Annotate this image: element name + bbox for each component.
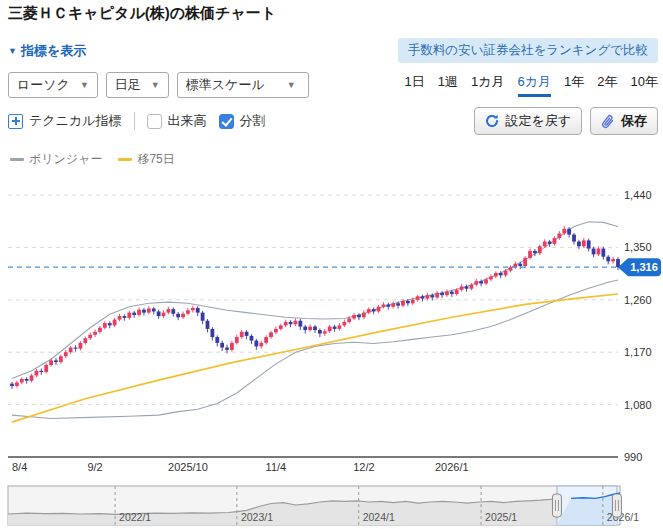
scale-value: 標準スケール	[186, 76, 265, 94]
candle-down	[430, 295, 434, 297]
candle-down	[499, 273, 503, 275]
candle-down	[372, 309, 376, 311]
candle-up	[235, 337, 239, 343]
x-axis-label: 2025/10	[168, 461, 208, 473]
period-tab-6month[interactable]: 6カ月	[518, 73, 552, 97]
candle-down	[396, 303, 400, 305]
chart-legend: ボリンジャー 移75日	[10, 151, 175, 168]
candle-up	[528, 251, 532, 258]
period-tab-2year[interactable]: 2年	[597, 73, 617, 97]
candle-up	[308, 327, 312, 330]
candle-down	[157, 311, 161, 316]
interval-select[interactable]: 日足 ▼	[106, 72, 169, 98]
candle-down	[123, 316, 127, 318]
volume-checkbox[interactable]: 出来高	[147, 112, 207, 130]
candle-up	[582, 240, 586, 246]
indicator-toggle-link[interactable]: ▼ 指標を表示	[8, 42, 86, 60]
candle-up	[166, 309, 170, 312]
candle-up	[557, 233, 561, 238]
candle-up	[362, 313, 366, 318]
stock-chart-app: 9901,0801,1701,2601,3501,4401,3168/49/22…	[0, 0, 663, 529]
candle-down	[176, 314, 180, 317]
y-axis-label: 1,440	[624, 189, 652, 201]
candle-up	[597, 249, 601, 255]
period-tab-1year[interactable]: 1年	[564, 73, 584, 97]
y-axis-label: 1,080	[624, 399, 652, 411]
candle-up	[382, 304, 386, 306]
candle-down	[421, 296, 425, 298]
candle-up	[186, 310, 190, 313]
navigator-right-handle[interactable]	[612, 494, 621, 517]
y-axis-label: 1,350	[624, 241, 652, 253]
candle-up	[191, 308, 195, 310]
chart-type-select[interactable]: ローソク ▼	[8, 72, 98, 98]
candle-down	[479, 281, 483, 283]
candle-down	[220, 343, 224, 348]
period-tab-1day[interactable]: 1日	[405, 73, 425, 97]
scale-select[interactable]: 標準スケール ▼	[177, 72, 309, 98]
candle-down	[386, 304, 390, 306]
candle-down	[108, 323, 112, 325]
candle-up	[88, 335, 92, 338]
x-axis-label: 2026/1	[435, 461, 469, 473]
candle-up	[147, 309, 151, 313]
candle-down	[54, 360, 58, 362]
chart-type-value: ローソク	[17, 76, 70, 94]
chart-option-selects: ローソク ▼ 日足 ▼ 標準スケール ▼	[8, 72, 309, 98]
candle-up	[269, 332, 273, 337]
interval-value: 日足	[115, 76, 141, 94]
technical-indicator-label: テクニカル指標	[29, 112, 122, 130]
volume-checkbox-label: 出来高	[168, 112, 207, 130]
divider	[134, 112, 135, 130]
split-checkbox[interactable]: 分割	[219, 112, 266, 130]
candle-up	[367, 309, 371, 312]
candle-down	[440, 293, 444, 295]
candle-up	[49, 360, 53, 365]
candle-up	[44, 365, 48, 372]
candle-up	[460, 286, 464, 289]
candle-down	[298, 321, 302, 327]
candle-down	[357, 315, 361, 317]
candle-down	[225, 348, 229, 350]
bollinger-lower-line	[12, 280, 618, 419]
candle-up	[562, 229, 566, 234]
candle-up	[504, 271, 508, 276]
candle-up	[113, 320, 117, 326]
period-tab-10year[interactable]: 10年	[631, 73, 658, 97]
candle-down	[245, 332, 249, 336]
page-title: 三菱ＨＣキャピタル(株)の株価チャート	[8, 4, 276, 23]
candle-up	[98, 328, 102, 332]
candle-down	[313, 327, 317, 330]
candle-down	[206, 321, 210, 329]
reset-settings-button[interactable]: 設定を戻す	[474, 107, 582, 135]
candle-down	[303, 327, 307, 330]
x-axis-label: 9/2	[87, 461, 102, 473]
candle-up	[230, 343, 234, 350]
candle-up	[59, 356, 63, 362]
x-axis-label: 8/4	[12, 461, 27, 473]
candle-down	[25, 379, 29, 381]
candle-up	[445, 292, 449, 295]
candle-up	[455, 290, 459, 294]
candle-up	[274, 329, 278, 332]
navigator-year-label: 2023/1	[241, 511, 273, 523]
period-tab-1month[interactable]: 1カ月	[471, 73, 505, 97]
legend-bollinger: ボリンジャー	[10, 151, 102, 168]
candle-up	[538, 246, 542, 253]
header: 三菱ＨＣキャピタル(株)の株価チャート	[8, 4, 658, 23]
candle-down	[152, 309, 156, 312]
technical-indicator-button[interactable]: テクニカル指標	[8, 112, 122, 130]
broker-ranking-promo-button[interactable]: 手数料の安い証券会社をランキングで比較	[398, 38, 658, 63]
candle-down	[74, 348, 78, 349]
navigator-year-label: 2022/1	[119, 511, 151, 523]
legend-bollinger-label: ボリンジャー	[29, 151, 102, 168]
candle-up	[35, 371, 39, 376]
candle-up	[474, 281, 478, 284]
save-button[interactable]: 保存	[590, 107, 658, 135]
candle-up	[259, 343, 263, 346]
navigator-left-handle[interactable]	[552, 494, 561, 517]
period-tab-1week[interactable]: 1週	[438, 73, 458, 97]
candle-up	[523, 258, 527, 266]
candle-down	[215, 337, 219, 343]
y-axis-label: 990	[624, 451, 642, 463]
